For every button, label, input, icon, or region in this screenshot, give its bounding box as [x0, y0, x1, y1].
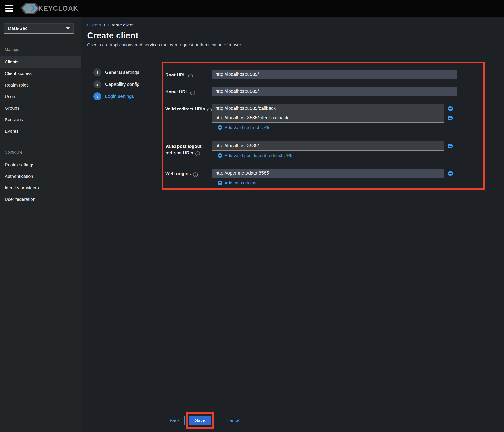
wizard-step-number: 1: [93, 68, 101, 76]
login-settings-form: Root URL Home URL: [158, 55, 504, 432]
keycloak-logo: KEYCLOAK: [21, 1, 78, 15]
wizard-step-label: General settings: [105, 70, 139, 75]
wizard-step-general-settings[interactable]: 1 General settings: [93, 68, 158, 76]
section-header-configure: Configure: [0, 146, 81, 159]
sidebar: Data-Sec Manage Clients Client scopes Re…: [0, 17, 81, 432]
add-valid-redirect-uris-button[interactable]: Add valid redirect URIs: [218, 125, 270, 130]
field-label-text: Home URL: [165, 89, 188, 94]
sidebar-item-authentication[interactable]: Authentication: [0, 171, 81, 182]
wizard-step-login-settings[interactable]: 3 Login settings: [93, 92, 158, 101]
remove-web-origin-icon[interactable]: [448, 171, 453, 176]
add-link-label: Add valid redirect URIs: [225, 125, 270, 130]
main-area: Clients › Create client Create client Cl…: [81, 17, 504, 432]
breadcrumb: Clients › Create client: [87, 22, 504, 28]
page-title: Create client: [87, 31, 504, 40]
remove-redirect-uri-1-icon[interactable]: [448, 106, 453, 111]
field-label-root-url: Root URL: [165, 70, 212, 79]
help-icon[interactable]: [193, 172, 198, 177]
form-row-root-url: Root URL: [165, 70, 457, 79]
plus-icon: [218, 181, 222, 185]
annotation-highlight-save: Save: [186, 412, 214, 429]
help-icon[interactable]: [195, 151, 200, 156]
form-actions: Back Save Cancel: [165, 412, 240, 429]
field-label-text: Root URL: [165, 73, 186, 77]
redirect-uri-input-2[interactable]: [212, 113, 444, 123]
save-button[interactable]: Save: [189, 416, 211, 425]
add-link-label: Add web origins: [225, 180, 256, 185]
web-origins-input[interactable]: [212, 169, 444, 178]
field-label-text: Web origins: [165, 171, 191, 176]
plus-icon: [218, 153, 222, 158]
wizard-nav: 1 General settings 2 Capability config 3…: [81, 55, 158, 432]
remove-redirect-uri-2-icon[interactable]: [448, 116, 453, 120]
keycloak-logo-icon: [21, 1, 39, 15]
wizard-step-label: Capability config: [105, 82, 139, 87]
sidebar-item-identity-providers[interactable]: Identity providers: [0, 182, 81, 193]
root-url-input[interactable]: [212, 70, 457, 79]
sidebar-item-groups[interactable]: Groups: [0, 102, 81, 114]
form-row-web-origins: Web origins Add web origins: [165, 169, 453, 185]
redirect-uri-input-1[interactable]: [212, 104, 444, 113]
sidebar-item-client-scopes[interactable]: Client scopes: [0, 68, 81, 79]
sidebar-item-user-federation[interactable]: User federation: [0, 193, 81, 205]
page-description: Clients are applications and services th…: [87, 42, 504, 47]
chevron-down-icon: [66, 27, 70, 29]
remove-post-logout-uri-icon[interactable]: [448, 144, 453, 148]
form-row-valid-redirect-uris: Valid redirect URIs Add: [165, 104, 453, 130]
masthead: KEYCLOAK: [0, 0, 504, 17]
sidebar-item-events[interactable]: Events: [0, 125, 81, 137]
cancel-button[interactable]: Cancel: [226, 418, 240, 423]
help-icon[interactable]: [190, 91, 195, 95]
sidebar-item-realm-roles[interactable]: Realm roles: [0, 79, 81, 91]
add-web-origins-button[interactable]: Add web origins: [218, 180, 256, 185]
page-header: Clients › Create client Create client Cl…: [81, 17, 504, 55]
sidebar-item-clients[interactable]: Clients: [0, 56, 81, 68]
sidebar-item-sessions[interactable]: Sessions: [0, 114, 81, 125]
wizard-step-capability-config[interactable]: 2 Capability config: [93, 80, 158, 88]
breadcrumb-current: Create client: [108, 22, 134, 28]
form-row-home-url: Home URL: [165, 87, 457, 96]
form-row-post-logout-redirect-uris: Valid post logout redirect URIs Add vali…: [165, 141, 453, 158]
field-label-valid-redirect-uris: Valid redirect URIs: [165, 104, 212, 130]
wizard-step-label: Login settings: [105, 93, 134, 99]
realm-name: Data-Sec: [8, 26, 27, 31]
plus-icon: [218, 125, 222, 130]
breadcrumb-chevron-icon: ›: [104, 22, 105, 28]
help-icon[interactable]: [207, 108, 212, 112]
back-button[interactable]: Back: [165, 416, 185, 425]
section-header-manage: Manage: [0, 43, 81, 56]
realm-selector[interactable]: Data-Sec: [4, 23, 74, 34]
field-label-home-url: Home URL: [165, 87, 212, 96]
field-label-post-logout-redirect-uris: Valid post logout redirect URIs: [165, 141, 212, 158]
home-url-input[interactable]: [212, 87, 457, 96]
breadcrumb-link-clients[interactable]: Clients: [87, 22, 101, 28]
wizard-step-number: 2: [93, 80, 101, 88]
field-label-text: Valid redirect URIs: [165, 106, 205, 111]
sidebar-item-users[interactable]: Users: [0, 91, 81, 102]
field-label-web-origins: Web origins: [165, 169, 212, 185]
post-logout-uri-input[interactable]: [212, 141, 444, 151]
add-post-logout-redirect-uris-button[interactable]: Add valid post logout redirect URIs: [218, 153, 293, 158]
add-link-label: Add valid post logout redirect URIs: [225, 153, 293, 158]
help-icon[interactable]: [188, 74, 193, 78]
hamburger-menu-icon[interactable]: [5, 5, 14, 11]
brand-text: KEYCLOAK: [38, 4, 78, 12]
wizard-step-number: 3: [93, 92, 101, 101]
sidebar-item-realm-settings[interactable]: Realm settings: [0, 159, 81, 171]
